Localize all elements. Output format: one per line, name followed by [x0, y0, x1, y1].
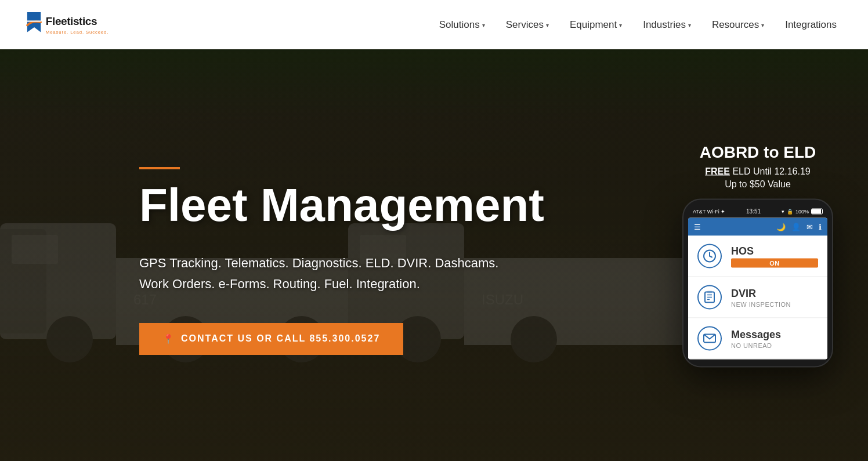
- svg-rect-25: [707, 291, 712, 293]
- phone-menu-messages[interactable]: Messages NO UNREAD: [688, 318, 827, 360]
- clipboard-icon: [703, 291, 717, 304]
- hos-status: ON: [731, 258, 818, 267]
- phone-screen: ☰ 🌙 👤 ✉ ℹ: [688, 218, 827, 360]
- hos-icon: [697, 244, 722, 268]
- clock-icon: [703, 249, 717, 263]
- nav-industries[interactable]: Industries ▾: [635, 14, 699, 35]
- nav-equipment[interactable]: Equipment ▾: [562, 14, 630, 35]
- nav-solutions[interactable]: Solutions ▾: [431, 14, 493, 35]
- phone-mockup: AT&T Wi-Fi ✦ 13:51 ▾ 🔒 100% ☰ 🌙 👤: [682, 199, 833, 368]
- svg-line-20: [710, 256, 712, 257]
- messages-title: Messages: [731, 328, 818, 340]
- svg-text:Measure. Lead. Succeed.: Measure. Lead. Succeed.: [46, 30, 108, 35]
- phone-menu-hos[interactable]: HOS ON: [688, 236, 827, 277]
- accent-line: [139, 167, 180, 169]
- dvir-text: DVIR NEW INSPECTION: [731, 287, 818, 307]
- nav-services[interactable]: Services ▾: [498, 14, 557, 35]
- envelope-icon: [703, 332, 717, 346]
- chevron-down-icon: ▾: [619, 22, 622, 28]
- promo-subtitle: FREE ELD Until 12.16.19: [700, 166, 816, 177]
- battery-icon: [811, 208, 823, 214]
- phone-carrier: AT&T Wi-Fi ✦: [693, 208, 725, 214]
- hos-text: HOS ON: [731, 245, 818, 267]
- main-nav: Solutions ▾ Services ▾ Equipment ▾ Indus…: [431, 14, 845, 35]
- phone-promo-card: AOBRD to ELD FREE ELD Until 12.16.19 Up …: [682, 143, 833, 368]
- info-icon[interactable]: ℹ: [819, 223, 822, 231]
- phone-nav-bar: ☰ 🌙 👤 ✉ ℹ: [688, 218, 827, 236]
- hero-subtitle: GPS Tracking. Telematics. Diagnostics. E…: [139, 253, 603, 293]
- promo-title: AOBRD to ELD: [700, 143, 816, 162]
- phone-status-icons: ▾ 🔒 100%: [782, 208, 823, 214]
- chevron-down-icon: ▾: [761, 22, 764, 28]
- dvir-sub: NEW INSPECTION: [731, 300, 818, 307]
- chevron-down-icon: ▾: [546, 22, 549, 28]
- messages-sub: NO UNREAD: [731, 342, 818, 349]
- hero-section: 617 ISUZU Fleet Management GPS Tracking.…: [0, 49, 868, 461]
- chevron-down-icon: ▾: [688, 22, 691, 28]
- header: Fleetistics Measure. Lead. Succeed. Solu…: [0, 0, 868, 49]
- dvir-title: DVIR: [731, 287, 818, 299]
- moon-icon[interactable]: 🌙: [776, 223, 786, 231]
- hos-title: HOS: [731, 245, 754, 257]
- pin-icon: 📍: [162, 333, 175, 344]
- logo[interactable]: Fleetistics Measure. Lead. Succeed.: [23, 8, 133, 42]
- chevron-down-icon: ▾: [482, 22, 485, 28]
- phone-menu-dvir[interactable]: DVIR NEW INSPECTION: [688, 277, 827, 318]
- promo-value: Up to $50 Value: [700, 179, 816, 190]
- user-icon[interactable]: 👤: [791, 223, 801, 231]
- hamburger-icon[interactable]: ☰: [694, 223, 701, 231]
- dvir-icon: [697, 285, 722, 310]
- phone-status-bar: AT&T Wi-Fi ✦ 13:51 ▾ 🔒 100%: [688, 207, 827, 218]
- phone-nav-right-icons: 🌙 👤 ✉ ℹ: [776, 223, 822, 231]
- messages-text: Messages NO UNREAD: [731, 328, 818, 349]
- nav-integrations[interactable]: Integrations: [777, 14, 845, 35]
- messages-icon: [697, 326, 722, 351]
- phone-time: 13:51: [746, 208, 761, 215]
- nav-resources[interactable]: Resources ▾: [704, 14, 772, 35]
- svg-text:Fleetistics: Fleetistics: [46, 14, 97, 27]
- logo-image: Fleetistics Measure. Lead. Succeed.: [23, 8, 133, 42]
- mail-icon[interactable]: ✉: [806, 223, 813, 231]
- aobrd-banner: AOBRD to ELD FREE ELD Until 12.16.19 Up …: [700, 143, 816, 190]
- cta-button[interactable]: 📍 CONTACT US OR CALL 855.300.0527: [139, 323, 403, 355]
